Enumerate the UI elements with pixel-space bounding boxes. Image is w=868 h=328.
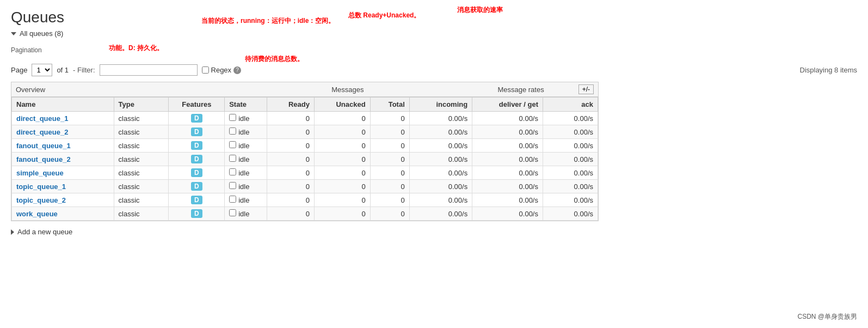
state-checkbox[interactable] [229, 114, 236, 121]
d-badge[interactable]: D [191, 168, 202, 177]
cell-ack: 0.00/s [543, 153, 598, 166]
queue-name-link[interactable]: topic_queue_2 [16, 196, 66, 204]
cell-type: classic [114, 193, 169, 207]
cell-ack: 0.00/s [543, 180, 598, 193]
d-badge[interactable]: D [191, 114, 202, 123]
col-header-unacked: Unacked [314, 98, 370, 112]
cell-deliver-get: 0.00/s [472, 139, 543, 153]
of-1-label: of 1 [57, 66, 69, 74]
col-header-name: Name [12, 98, 114, 112]
all-queues-toggle[interactable]: All queues (8) [11, 29, 857, 38]
cell-unacked: 0 [314, 139, 370, 153]
cell-name: simple_queue [12, 166, 114, 180]
queue-name-link[interactable]: direct_queue_1 [16, 114, 68, 123]
d-badge[interactable]: D [191, 182, 202, 191]
add-queue-section[interactable]: Add a new queue [11, 228, 857, 236]
table-row[interactable]: direct_queue_2classicDidle0000.00/s0.00/… [12, 125, 598, 139]
all-queues-label: All queues (8) [20, 29, 63, 38]
queue-name-link[interactable]: direct_queue_2 [16, 128, 68, 136]
table-row[interactable]: topic_queue_1classicDidle0000.00/s0.00/s… [12, 180, 598, 193]
cell-ready: 0 [267, 112, 315, 125]
toggle-arrow-icon [11, 32, 16, 35]
queues-table-container: Overview Messages Message rates +/- Name… [11, 82, 599, 221]
cell-incoming: 0.00/s [409, 180, 472, 193]
cell-state: idle [225, 125, 267, 139]
cell-ack: 0.00/s [543, 207, 598, 221]
cell-name: topic_queue_2 [12, 193, 114, 207]
cell-unacked: 0 [314, 180, 370, 193]
cell-ready: 0 [267, 207, 315, 221]
state-checkbox[interactable] [229, 127, 236, 135]
table-row[interactable]: topic_queue_2classicDidle0000.00/s0.00/s… [12, 193, 598, 207]
queues-table: Name Type Features State Ready Unacked T… [11, 97, 598, 221]
cell-total: 0 [370, 207, 409, 221]
state-checkbox[interactable] [229, 196, 236, 203]
cell-deliver-get: 0.00/s [472, 153, 543, 166]
cell-unacked: 0 [314, 112, 370, 125]
cell-total: 0 [370, 153, 409, 166]
cell-total: 0 [370, 125, 409, 139]
plus-minus-button[interactable]: +/- [578, 84, 594, 94]
queue-name-link[interactable]: simple_queue [16, 169, 64, 177]
add-queue-label: Add a new queue [17, 228, 72, 236]
cell-unacked: 0 [314, 125, 370, 139]
table-row[interactable]: fanout_queue_2classicDidle0000.00/s0.00/… [12, 153, 598, 166]
cell-incoming: 0.00/s [409, 207, 472, 221]
queue-name-link[interactable]: topic_queue_1 [16, 183, 66, 191]
cell-ready: 0 [267, 153, 315, 166]
cell-ack: 0.00/s [543, 125, 598, 139]
queue-name-link[interactable]: fanout_queue_1 [16, 142, 71, 150]
page-select[interactable]: 1 [32, 64, 52, 76]
queue-name-link[interactable]: fanout_queue_2 [16, 155, 71, 163]
messages-label: Messages [331, 86, 364, 94]
table-row[interactable]: work_queueclassicDidle0000.00/s0.00/s0.0… [12, 207, 598, 221]
cell-features: D [169, 153, 225, 166]
state-checkbox[interactable] [229, 141, 236, 148]
cell-unacked: 0 [314, 166, 370, 180]
cell-state: idle [225, 193, 267, 207]
overview-label: Overview [16, 86, 45, 94]
cell-deliver-get: 0.00/s [472, 193, 543, 207]
col-header-incoming: incoming [409, 98, 472, 112]
cell-type: classic [114, 166, 169, 180]
queue-name-link[interactable]: work_queue [16, 210, 58, 218]
table-header-row: Name Type Features State Ready Unacked T… [12, 98, 598, 112]
state-checkbox[interactable] [229, 182, 236, 189]
cell-total: 0 [370, 166, 409, 180]
cell-features: D [169, 180, 225, 193]
filter-label: - Filter: [73, 66, 95, 74]
cell-incoming: 0.00/s [409, 139, 472, 153]
regex-label: Regex [211, 66, 232, 74]
cell-incoming: 0.00/s [409, 125, 472, 139]
cell-type: classic [114, 139, 169, 153]
displaying-text: Displaying 8 items [800, 66, 858, 74]
cell-unacked: 0 [314, 207, 370, 221]
cell-type: classic [114, 112, 169, 125]
cell-ready: 0 [267, 125, 315, 139]
cell-name: fanout_queue_1 [12, 139, 114, 153]
state-checkbox[interactable] [229, 209, 236, 216]
d-badge[interactable]: D [191, 209, 202, 218]
cell-state: idle [225, 207, 267, 221]
page-title: Queues [11, 9, 857, 26]
regex-checkbox[interactable] [202, 66, 209, 74]
cell-state: idle [225, 166, 267, 180]
table-row[interactable]: fanout_queue_1classicDidle0000.00/s0.00/… [12, 139, 598, 153]
d-badge[interactable]: D [191, 141, 202, 150]
table-row[interactable]: direct_queue_1classicDidle0000.00/s0.00/… [12, 112, 598, 125]
filter-input[interactable] [100, 64, 198, 76]
table-row[interactable]: simple_queueclassicDidle0000.00/s0.00/s0… [12, 166, 598, 180]
col-header-features: Features [169, 98, 225, 112]
d-badge[interactable]: D [191, 196, 202, 204]
d-badge[interactable]: D [191, 127, 202, 136]
message-rates-label: Message rates [497, 86, 544, 94]
cell-total: 0 [370, 112, 409, 125]
regex-help-icon[interactable]: ? [233, 66, 241, 74]
d-badge[interactable]: D [191, 155, 202, 163]
state-checkbox[interactable] [229, 168, 236, 175]
page-label: Page [11, 66, 27, 74]
state-checkbox[interactable] [229, 155, 236, 162]
cell-ready: 0 [267, 193, 315, 207]
cell-incoming: 0.00/s [409, 193, 472, 207]
cell-type: classic [114, 180, 169, 193]
